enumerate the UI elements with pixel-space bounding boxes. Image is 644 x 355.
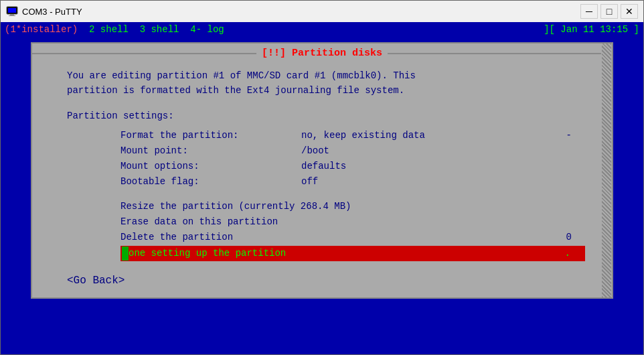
cursor-char: D xyxy=(122,246,129,261)
setting-mount: Mount point: /boot xyxy=(120,144,585,158)
dialog-title: [!!] Partition disks xyxy=(256,48,388,59)
putty-window: COM3 - PuTTY ─ □ ✕ (1*installer) 2 shell… xyxy=(0,0,644,355)
title-line-right xyxy=(388,53,612,54)
tab-installer[interactable]: (1*installer) xyxy=(5,24,78,35)
tab-shell2 xyxy=(78,24,89,35)
delete-text: Delete the partition xyxy=(120,230,233,244)
body-line2: partition is formatted with the Ext4 jou… xyxy=(67,83,585,98)
dialog-titlebar: [!!] Partition disks xyxy=(32,44,612,63)
minimize-button[interactable]: ─ xyxy=(580,4,598,19)
go-back-button[interactable]: <Go Back> xyxy=(67,275,612,287)
setting-bootable: Bootable flag: off xyxy=(120,175,585,189)
mount-value: /boot xyxy=(301,144,329,158)
action-delete[interactable]: Delete the partition 0 xyxy=(120,230,585,244)
bootable-label: Bootable flag: xyxy=(120,175,301,189)
bootable-value: off xyxy=(301,175,318,189)
svg-rect-1 xyxy=(8,8,16,13)
format-label: Format the partition: xyxy=(120,129,301,143)
mount-label: Mount point: xyxy=(120,144,301,158)
title-line-left xyxy=(32,53,256,54)
window-title: COM3 - PuTTY xyxy=(22,7,82,17)
setting-options: Mount options: defaults xyxy=(120,159,585,173)
settings-table: Format the partition: no, keep existing … xyxy=(120,129,585,189)
body-text: You are editing partition #1 of MMC/SD c… xyxy=(67,68,585,98)
action-done-highlighted[interactable]: D one setting up the partition . xyxy=(120,246,585,261)
options-value: defaults xyxy=(301,159,346,173)
tab-shell3-label[interactable]: 3 shell xyxy=(140,24,179,35)
done-text: one setting up the partition xyxy=(129,246,286,261)
setting-format: Format the partition: no, keep existing … xyxy=(120,129,585,143)
titlebar-buttons: ─ □ ✕ xyxy=(580,4,638,19)
svg-rect-3 xyxy=(9,15,15,16)
dialog-container: [!!] Partition disks You are editing par… xyxy=(1,37,643,354)
close-button[interactable]: ✕ xyxy=(621,4,638,19)
delete-indicator: 0 xyxy=(566,230,585,244)
tab-shell2-label[interactable]: 2 shell xyxy=(89,24,129,35)
body-line1: You are editing partition #1 of MMC/SD c… xyxy=(67,68,585,83)
action-resize[interactable]: Resize the partition (currently 268.4 MB… xyxy=(120,200,585,214)
section-title: Partition settings: xyxy=(67,109,585,123)
resize-text: Resize the partition (currently 268.4 MB… xyxy=(120,200,351,214)
options-label: Mount options: xyxy=(120,159,301,173)
format-value: no, keep existing data xyxy=(301,129,425,143)
dialog-content: You are editing partition #1 of MMC/SD c… xyxy=(32,63,612,269)
tabbar: (1*installer) 2 shell 3 shell 4- log ][ … xyxy=(1,22,643,37)
tab-shell3 xyxy=(129,24,140,35)
tab-log xyxy=(179,24,190,35)
tab-datetime: ][ Jan 11 13:15 ] xyxy=(544,24,639,35)
erase-text: Erase data on this partition xyxy=(120,215,278,229)
partition-dialog: [!!] Partition disks You are editing par… xyxy=(31,42,613,299)
svg-rect-2 xyxy=(10,14,14,15)
maximize-button[interactable]: □ xyxy=(600,4,618,19)
titlebar: COM3 - PuTTY ─ □ ✕ xyxy=(1,1,643,22)
scrollbar[interactable] xyxy=(601,44,612,297)
format-indicator: - xyxy=(566,129,585,143)
scrollbar-fill xyxy=(602,44,611,297)
tab-log-label[interactable]: 4- log xyxy=(190,24,224,35)
action-erase[interactable]: Erase data on this partition xyxy=(120,215,585,229)
titlebar-left: COM3 - PuTTY xyxy=(6,5,82,17)
terminal: (1*installer) 2 shell 3 shell 4- log ][ … xyxy=(1,22,643,354)
done-indicator: . xyxy=(565,246,584,261)
app-icon xyxy=(6,5,18,17)
